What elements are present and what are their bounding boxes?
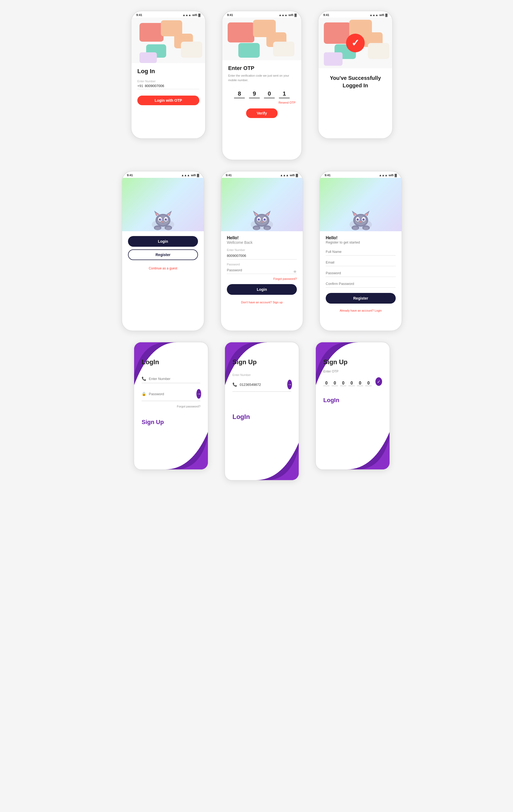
purple-number-row: 📞 bbox=[142, 374, 200, 383]
phone-prefix: +91 bbox=[137, 84, 143, 88]
svg-point-33 bbox=[259, 219, 260, 220]
phone-number[interactable]: 8009007006 bbox=[145, 84, 164, 88]
svg-point-56 bbox=[363, 219, 364, 220]
register-subtitle: Register to get started bbox=[326, 240, 396, 244]
lock-icon: 🔒 bbox=[142, 392, 146, 396]
register-button-2[interactable]: Register bbox=[326, 293, 396, 303]
purple-login-content: LogIn 📞 🔒 → Forgot password? Sign Up bbox=[134, 342, 208, 433]
signup-number-input[interactable] bbox=[240, 383, 285, 387]
purple-forgot[interactable]: Forgot password? bbox=[142, 405, 200, 408]
status-time-3: 9:41 bbox=[323, 13, 329, 17]
status-icons-1: ▲▲▲ wifi ▓ bbox=[183, 13, 200, 17]
register-body: Hello! Register to get started Register … bbox=[320, 231, 402, 319]
success-body: You've Successfully Logged In bbox=[319, 68, 392, 95]
svg-point-64 bbox=[353, 227, 358, 230]
confirm-password-input[interactable] bbox=[326, 280, 396, 288]
purple-signup-number-row: 📞 → bbox=[233, 378, 291, 392]
screen-enter-otp: 9:41 ▲▲▲ wifi ▓ Enter OTP Enter the veri… bbox=[222, 11, 302, 160]
signal-icon-2: ▲▲▲ bbox=[279, 13, 288, 17]
password-label: Password bbox=[227, 263, 297, 266]
purple-signup-content: Sign Up Enter Number 📞 → LogIn bbox=[225, 342, 299, 428]
svg-point-65 bbox=[363, 227, 369, 230]
dont-have-account: Don't have an account? Sign up bbox=[227, 301, 297, 304]
status-bar-4: 9:41 ▲▲▲ wifi ▓ bbox=[122, 171, 204, 178]
full-name-input[interactable] bbox=[326, 248, 396, 256]
purple-corner-br bbox=[165, 432, 208, 469]
login-button[interactable]: Login bbox=[128, 236, 198, 247]
screen-success: 9:41 ▲▲▲ wifi ▓ ✓ You've bbox=[318, 11, 393, 139]
status-time-1: 9:41 bbox=[136, 13, 142, 17]
purple-submit-button[interactable]: → bbox=[196, 389, 201, 399]
verify-button[interactable]: Verify bbox=[246, 108, 278, 118]
password-input[interactable] bbox=[227, 266, 297, 274]
forgot-password[interactable]: Forgot password? bbox=[227, 277, 297, 280]
phone-input-2[interactable] bbox=[227, 252, 297, 260]
password-input-reg[interactable] bbox=[326, 269, 396, 277]
purple-corner-br-3 bbox=[347, 432, 389, 469]
sign-up-link[interactable]: Sign up bbox=[273, 301, 283, 304]
welcome-header bbox=[122, 178, 204, 231]
signup-submit-button[interactable]: → bbox=[287, 380, 292, 389]
dont-have-text: Don't have an account? bbox=[241, 301, 272, 304]
signal-icon-4: ▲▲▲ bbox=[181, 174, 190, 177]
otp-boxes-purple: 0 0 0 0 0 0 ✓ bbox=[323, 377, 382, 386]
purple-login-text-2[interactable]: LogIn bbox=[323, 397, 382, 404]
row-1: 9:41 ▲▲▲ wifi ▓ Log In Enter Number bbox=[131, 11, 393, 160]
resend-otp[interactable]: Resend OTP bbox=[228, 101, 296, 104]
login-otp-body: Log In Enter Number +91 8009007006 Login… bbox=[132, 63, 205, 112]
continue-as-guest[interactable]: Continue as a guest bbox=[128, 266, 198, 270]
otp-p-6[interactable]: 0 bbox=[365, 377, 371, 386]
otp-p-5[interactable]: 0 bbox=[357, 377, 363, 386]
header-shapes-1 bbox=[132, 18, 205, 63]
sign-up-large: Sign Up bbox=[142, 419, 200, 426]
sign-up-text[interactable]: Sign Up bbox=[142, 419, 200, 426]
otp-p-3[interactable]: 0 bbox=[340, 377, 346, 386]
battery-icon-3: ▓ bbox=[385, 13, 387, 17]
eye-icon[interactable]: 👁 bbox=[293, 270, 297, 274]
login-otp-button[interactable]: Login with OTP bbox=[137, 95, 199, 105]
shape-6 bbox=[181, 42, 202, 58]
otp-digit-3[interactable]: 0 bbox=[264, 88, 275, 98]
status-bar-2: 9:41 ▲▲▲ wifi ▓ bbox=[222, 11, 301, 18]
screen-login2: 9:41 ▲▲▲ wifi ▓ bbox=[220, 171, 303, 331]
wifi-icon-2: wifi bbox=[289, 13, 293, 17]
purple-number-input[interactable] bbox=[149, 377, 200, 381]
otp-digit-1[interactable]: 8 bbox=[234, 88, 245, 98]
success-shape-6 bbox=[368, 43, 389, 59]
svg-point-34 bbox=[265, 219, 266, 220]
otp-digit-4[interactable]: 1 bbox=[279, 88, 290, 98]
svg-point-42 bbox=[254, 227, 259, 230]
purple-password-row: 🔒 → bbox=[142, 387, 200, 401]
register-header bbox=[320, 178, 402, 231]
login-link[interactable]: Login bbox=[375, 309, 382, 312]
otp-digit-2[interactable]: 9 bbox=[249, 88, 260, 98]
purple-signup-title: Sign Up bbox=[233, 358, 291, 366]
svg-point-13 bbox=[162, 221, 164, 223]
otp-p-4[interactable]: 0 bbox=[348, 377, 355, 386]
purple-password-input[interactable] bbox=[149, 392, 194, 396]
header-shapes-2 bbox=[222, 18, 301, 60]
signal-icon: ▲▲▲ bbox=[183, 13, 191, 17]
cat-illustration-3 bbox=[346, 208, 375, 231]
wifi-icon-3: wifi bbox=[379, 13, 384, 17]
wifi-icon-4: wifi bbox=[191, 174, 196, 177]
battery-icon-4: ▓ bbox=[197, 174, 199, 177]
purple-login-text[interactable]: LogIn bbox=[233, 413, 291, 420]
svg-point-55 bbox=[358, 219, 358, 220]
otp-p-2[interactable]: 0 bbox=[331, 377, 338, 386]
otp-shape-5 bbox=[273, 42, 294, 56]
shape-1 bbox=[139, 23, 163, 42]
otp-check-button[interactable]: ✓ bbox=[375, 377, 382, 386]
purple-corner-br-2 bbox=[256, 443, 299, 480]
otp-title: Enter OTP bbox=[228, 65, 296, 71]
phone-icon: 📞 bbox=[142, 377, 146, 381]
row-3: LogIn 📞 🔒 → Forgot password? Sign Up bbox=[134, 342, 390, 481]
register-button[interactable]: Register bbox=[128, 250, 198, 260]
purple-otp-content: Sign Up Enter OTP 0 0 0 0 0 0 ✓ LogIn bbox=[316, 342, 389, 411]
otp-p-1[interactable]: 0 bbox=[323, 377, 329, 386]
purple-login-title: LogIn bbox=[142, 358, 200, 366]
email-input[interactable] bbox=[326, 259, 396, 266]
status-icons-3: ▲▲▲ wifi ▓ bbox=[370, 13, 387, 17]
login-button-2[interactable]: Login bbox=[227, 284, 297, 295]
svg-point-12 bbox=[166, 219, 167, 220]
